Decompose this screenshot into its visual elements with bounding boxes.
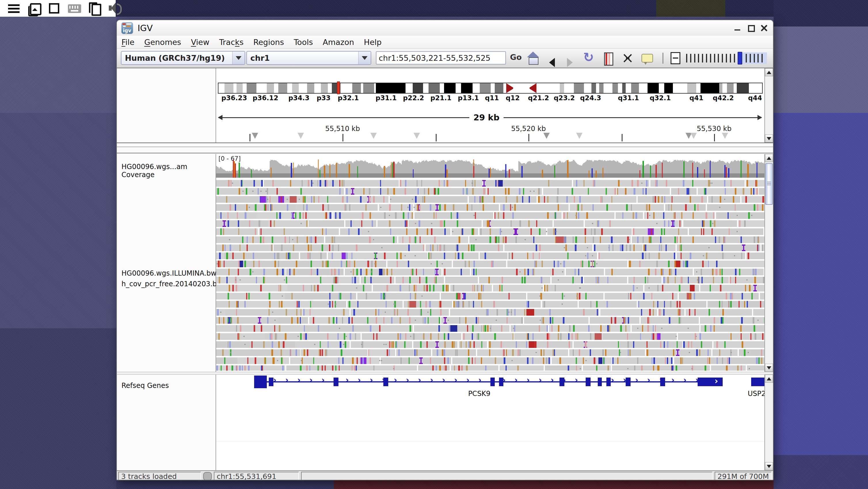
- gene-track-area[interactable]: ›››››››››››››››››››››››››››››››››››››PCS…: [216, 375, 765, 470]
- scroll-up-icon[interactable]: [765, 68, 773, 76]
- scroll-up-icon[interactable]: [765, 375, 773, 383]
- roi-marker-icon[interactable]: [690, 133, 697, 139]
- menu-item-amazon[interactable]: Amazon: [322, 38, 354, 47]
- refresh-icon[interactable]: ↻: [582, 51, 595, 64]
- alignment-track-name[interactable]: HG00096.wgs.ILLUMINA.bwa.G h_cov_pcr_fre…: [121, 268, 228, 289]
- roi-marker-icon[interactable]: [370, 133, 377, 139]
- gene-exon[interactable]: [490, 378, 495, 386]
- zoom-slider[interactable]: [684, 52, 773, 65]
- zoom-slider-tick: [702, 54, 703, 62]
- gene-exon[interactable]: [586, 378, 591, 386]
- menu-item-regions[interactable]: Regions: [253, 38, 284, 47]
- chevron-down-icon[interactable]: [232, 52, 245, 64]
- cytoband: [599, 83, 603, 93]
- ruler-tick-label: 55,530 kb: [697, 125, 732, 133]
- zoom-slider-tick: [710, 54, 711, 62]
- back-icon[interactable]: [548, 52, 557, 65]
- zoom-out-button[interactable]: −: [671, 52, 680, 64]
- gene-exon[interactable]: [383, 378, 388, 386]
- panel-splitter[interactable]: [117, 143, 773, 154]
- gene-exon[interactable]: [598, 378, 602, 386]
- alignment-name-column: HG00096.wgs...am Coverage HG00096.wgs.IL…: [117, 154, 216, 372]
- locus-scrollbar[interactable]: [765, 68, 773, 143]
- roi-marker-icon[interactable]: [413, 133, 420, 139]
- minimize-button[interactable]: [734, 24, 741, 32]
- close-button[interactable]: [761, 24, 768, 32]
- coverage-histogram[interactable]: [216, 157, 765, 178]
- gene-track-name[interactable]: Refseq Genes: [121, 381, 169, 390]
- keyboard-icon[interactable]: [68, 2, 81, 15]
- scroll-up-icon[interactable]: [765, 154, 773, 162]
- region-icon[interactable]: [601, 52, 615, 65]
- bg-olive-tile: [656, 0, 725, 17]
- tracks-loaded-status: 3 tracks loaded: [118, 472, 201, 480]
- gene-exon[interactable]: [499, 378, 503, 386]
- gene-exon[interactable]: [559, 378, 564, 386]
- memory-status: 291M of 700M: [715, 472, 772, 480]
- genome-select[interactable]: Human (GRCh37/hg19): [121, 51, 245, 65]
- roi-marker-icon[interactable]: [576, 133, 583, 139]
- forward-icon[interactable]: [566, 52, 575, 65]
- roi-marker-icon[interactable]: [252, 133, 258, 139]
- zoom-slider-tick: [757, 54, 758, 62]
- roi-marker-icon[interactable]: [722, 133, 728, 139]
- gene-exon[interactable]: [334, 378, 338, 386]
- copy-icon[interactable]: [88, 2, 101, 15]
- gene-name-label[interactable]: USP2: [748, 390, 765, 398]
- menu-item-view[interactable]: View: [191, 38, 209, 47]
- maximize-button[interactable]: [747, 24, 754, 32]
- menu-item-help[interactable]: Help: [364, 38, 382, 47]
- volume-icon[interactable]: [108, 2, 121, 15]
- bg-left-bottom: [0, 328, 116, 489]
- fullscreen-icon[interactable]: [48, 2, 60, 15]
- menu-item-tracks[interactable]: Tracks: [219, 38, 244, 47]
- window-title: IGV: [137, 23, 153, 33]
- alignment-reads[interactable]: [216, 179, 765, 371]
- roi-marker-icon[interactable]: [544, 133, 550, 139]
- roi-marker-icon[interactable]: [298, 133, 304, 139]
- gene-exon[interactable]: [698, 378, 723, 386]
- gene-exon[interactable]: [254, 376, 267, 388]
- fit-window-icon[interactable]: [621, 52, 634, 65]
- gene-exon[interactable]: [660, 378, 665, 386]
- chevron-down-icon[interactable]: [358, 52, 371, 64]
- menu-item-file[interactable]: File: [121, 38, 134, 47]
- alignment-scrollbar[interactable]: [765, 154, 773, 372]
- title-bar[interactable]: igv IGV: [117, 20, 773, 36]
- strand-chevron-icon: ›: [297, 375, 301, 385]
- menu-item-genomes[interactable]: Genomes: [144, 38, 181, 47]
- gene-exon[interactable]: [607, 378, 611, 386]
- cytoband: [307, 83, 314, 93]
- scroll-down-icon[interactable]: [765, 364, 773, 372]
- menu-icon[interactable]: [7, 2, 20, 15]
- go-button[interactable]: Go: [510, 53, 522, 62]
- scroll-down-icon[interactable]: [765, 135, 773, 143]
- cytoband: [734, 83, 737, 93]
- panel-splitter[interactable]: [117, 372, 773, 375]
- menu-item-tools[interactable]: Tools: [294, 38, 313, 47]
- gene-exon[interactable]: [269, 378, 273, 386]
- cytoband: [352, 83, 361, 93]
- cytoband-label: q42.2: [713, 94, 734, 102]
- gene-scrollbar[interactable]: [765, 375, 773, 470]
- cytoband: [480, 83, 491, 93]
- scroll-down-icon[interactable]: [765, 462, 773, 470]
- scrollbar-thumb[interactable]: [765, 163, 773, 205]
- screenshot-icon[interactable]: [28, 2, 40, 15]
- zoom-slider-thumb[interactable]: [738, 52, 742, 64]
- home-icon[interactable]: [527, 52, 540, 65]
- gene-name-label[interactable]: PCSK9: [468, 390, 490, 398]
- gene-exon[interactable]: [751, 378, 765, 386]
- gene-exon[interactable]: [626, 378, 630, 386]
- cytoband: [719, 83, 722, 93]
- locus-input[interactable]: [376, 51, 506, 64]
- locus-track-area[interactable]: 29 kb p36.23p36.12p34.3p33p32.1p31.1p22.…: [216, 68, 765, 143]
- chromosome-select[interactable]: chr1: [246, 51, 371, 65]
- coverage-range-label: [0 - 67]: [218, 155, 241, 162]
- strand-chevron-icon: ›: [551, 375, 554, 385]
- coverage-track-name[interactable]: HG00096.wgs...am Coverage: [121, 163, 216, 179]
- alignment-track-area[interactable]: [0 - 67]: [216, 154, 765, 372]
- tooltip-icon[interactable]: [640, 52, 653, 65]
- cytoband: [234, 83, 237, 93]
- chromosome-ideogram[interactable]: [218, 83, 763, 94]
